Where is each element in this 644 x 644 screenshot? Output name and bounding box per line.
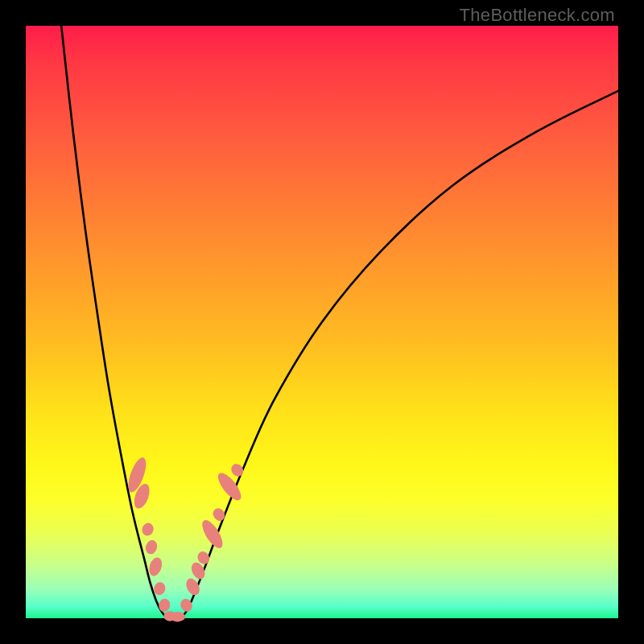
marker-left-dots-2 [140,522,155,538]
chart-svg [26,26,618,618]
marker-layer [125,456,246,622]
plot-area [26,26,618,618]
marker-right-dots-5 [211,506,228,523]
watermark-text: TheBottleneck.com [460,5,615,26]
marker-left-dots-4 [147,555,164,577]
marker-left-dots-3 [144,539,159,555]
marker-left-dots-6 [157,597,171,613]
marker-bottom-dots-1 [170,612,185,622]
curve-right-curve [180,91,618,618]
chart-frame: TheBottleneck.com [0,0,644,644]
